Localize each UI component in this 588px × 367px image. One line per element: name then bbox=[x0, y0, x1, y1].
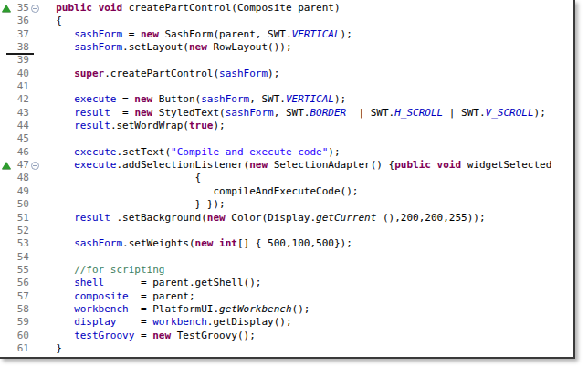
code-line-row-57[interactable]: 57 composite = parent; bbox=[0, 290, 573, 303]
code-line-text[interactable]: shell = parent.getShell(); bbox=[44, 277, 573, 289]
code-line-row-49[interactable]: 49 compileAndExecuteCode(); bbox=[0, 185, 573, 198]
gutter-cell-48[interactable]: 48 bbox=[0, 172, 44, 184]
gutter-cell-45[interactable]: 45 bbox=[0, 132, 44, 145]
fold-slot bbox=[31, 330, 44, 342]
code-line-row-37[interactable]: 37 sashForm = new SashForm(parent, SWT.V… bbox=[0, 28, 573, 41]
code-line-text[interactable]: compileAndExecuteCode(); bbox=[44, 185, 573, 198]
code-line-row-40[interactable]: 40 super.createPartControl(sashForm); bbox=[0, 68, 573, 80]
code-line-text[interactable]: } bbox=[44, 342, 573, 355]
code-line-row-42[interactable]: 42 execute = new Button(sashForm, SWT.VE… bbox=[0, 93, 573, 106]
code-line-row-47[interactable]: 47 execute.addSelectionListener(new Sele… bbox=[0, 159, 573, 172]
fold-collapse-minus-icon[interactable] bbox=[31, 2, 44, 15]
code-line-text[interactable]: composite = parent; bbox=[44, 290, 573, 303]
gutter-cell-52[interactable]: 52 bbox=[0, 225, 44, 237]
code-line-text[interactable]: execute = new Button(sashForm, SWT.VERTI… bbox=[44, 93, 573, 106]
gutter-cell-35[interactable]: 35 bbox=[0, 2, 44, 15]
code-line-text[interactable]: display = workbench.getDisplay(); bbox=[44, 316, 573, 329]
code-line-text[interactable]: sashForm.setWeights(new int[] { 500,100,… bbox=[44, 237, 573, 250]
code-line-row-55[interactable]: 55 //for scripting bbox=[0, 264, 573, 277]
gutter-cell-41[interactable]: 41 bbox=[0, 80, 44, 93]
code-line-row-44[interactable]: 44 result.setWordWrap(true); bbox=[0, 120, 573, 132]
marker-slot bbox=[0, 212, 13, 225]
code-line-row-45[interactable]: 45 bbox=[0, 132, 573, 145]
code-line-text[interactable]: { bbox=[44, 15, 573, 27]
code-line-text[interactable] bbox=[44, 251, 573, 264]
gutter-cell-54[interactable]: 54 bbox=[0, 251, 44, 264]
code-token: ); bbox=[328, 146, 340, 158]
code-line-row-60[interactable]: 60 testGroovy = new TestGroovy(); bbox=[0, 330, 573, 342]
code-line-row-54[interactable]: 54 bbox=[0, 251, 573, 264]
green-triangle-marker-icon[interactable] bbox=[0, 2, 13, 15]
line-number: 45 bbox=[13, 132, 29, 145]
code-token: result bbox=[74, 212, 110, 224]
code-line-row-41[interactable]: 41 bbox=[0, 80, 573, 93]
code-line-text[interactable]: //for scripting bbox=[44, 264, 573, 277]
gutter-cell-43[interactable]: 43 bbox=[0, 107, 44, 120]
code-line-row-58[interactable]: 58 workbench = PlatformUI.getWorkbench()… bbox=[0, 303, 573, 316]
code-token: execute bbox=[74, 93, 116, 105]
code-line-text[interactable]: sashForm.setLayout(new RowLayout()); bbox=[44, 41, 573, 54]
code-line-text[interactable] bbox=[44, 54, 573, 67]
code-line-text[interactable]: } }); bbox=[44, 198, 573, 211]
code-line-row-51[interactable]: 51 result .setBackground(new Color(Displ… bbox=[0, 212, 573, 225]
gutter-cell-53[interactable]: 53 bbox=[0, 237, 44, 250]
gutter-cell-46[interactable]: 46 bbox=[0, 146, 44, 159]
gutter-cell-50[interactable]: 50 bbox=[0, 198, 44, 211]
gutter-cell-38[interactable]: 38 bbox=[0, 41, 44, 54]
code-line-row-48[interactable]: 48 { bbox=[0, 172, 573, 184]
code-line-row-36[interactable]: 36 { bbox=[0, 15, 573, 27]
code-line-row-50[interactable]: 50 } }); bbox=[0, 198, 573, 211]
fold-slot bbox=[31, 185, 44, 198]
gutter-cell-61[interactable]: 61 bbox=[0, 342, 44, 355]
gutter-cell-40[interactable]: 40 bbox=[0, 68, 44, 80]
gutter-cell-55[interactable]: 55 bbox=[0, 264, 44, 277]
gutter-cell-39[interactable]: 39 bbox=[0, 54, 44, 67]
code-line-text[interactable]: workbench = PlatformUI.getWorkbench(); bbox=[44, 303, 573, 316]
code-line-row-52[interactable]: 52 bbox=[0, 225, 573, 237]
code-line-text[interactable]: result.setWordWrap(true); bbox=[44, 120, 573, 132]
gutter-cell-56[interactable]: 56 bbox=[0, 277, 44, 289]
gutter-cell-58[interactable]: 58 bbox=[0, 303, 44, 316]
code-line-row-46[interactable]: 46 execute.setText("Compile and execute … bbox=[0, 146, 573, 159]
code-line-text[interactable] bbox=[44, 225, 573, 237]
code-line-row-53[interactable]: 53 sashForm.setWeights(new int[] { 500,1… bbox=[0, 237, 573, 250]
code-line-row-39[interactable]: 39 bbox=[0, 54, 573, 67]
code-line-row-59[interactable]: 59 display = workbench.getDisplay(); bbox=[0, 316, 573, 329]
code-line-row-38[interactable]: 38 sashForm.setLayout(new RowLayout()); bbox=[0, 41, 573, 54]
code-line-text[interactable]: result = new StyledText(sashForm, SWT.BO… bbox=[44, 107, 573, 120]
code-line-row-56[interactable]: 56 shell = parent.getShell(); bbox=[0, 277, 573, 289]
code-line-text[interactable]: execute.addSelectionListener(new Selecti… bbox=[44, 159, 573, 172]
code-line-text[interactable]: testGroovy = new TestGroovy(); bbox=[44, 330, 573, 342]
gutter-cell-59[interactable]: 59 bbox=[0, 316, 44, 329]
code-line-text[interactable] bbox=[44, 80, 573, 93]
code-line-row-43[interactable]: 43 result = new StyledText(sashForm, SWT… bbox=[0, 107, 573, 120]
gutter-cell-47[interactable]: 47 bbox=[0, 159, 44, 172]
code-line-text[interactable]: { bbox=[44, 172, 573, 184]
code-line-text[interactable]: public void createPartControl(Composite … bbox=[44, 2, 573, 15]
code-line-text[interactable]: result .setBackground(new Color(Display.… bbox=[44, 212, 573, 225]
code-line-text[interactable]: super.createPartControl(sashForm); bbox=[44, 68, 573, 80]
marker-slot bbox=[0, 107, 13, 120]
code-line-text[interactable]: execute.setText("Compile and execute cod… bbox=[44, 146, 573, 159]
gutter-cell-57[interactable]: 57 bbox=[0, 290, 44, 303]
gutter-cell-36[interactable]: 36 bbox=[0, 15, 44, 27]
gutter-cell-42[interactable]: 42 bbox=[0, 93, 44, 106]
gutter-cell-51[interactable]: 51 bbox=[0, 212, 44, 225]
green-triangle-marker-icon[interactable] bbox=[0, 159, 13, 172]
marker-slot bbox=[0, 93, 13, 106]
code-token: | SWT. bbox=[443, 107, 485, 119]
line-number: 50 bbox=[13, 198, 29, 211]
code-line-row-61[interactable]: 61 } bbox=[0, 342, 573, 355]
code-line-text[interactable]: sashForm = new SashForm(parent, SWT.VERT… bbox=[44, 28, 573, 41]
code-line-text[interactable] bbox=[44, 132, 573, 145]
fold-collapse-minus-icon[interactable] bbox=[31, 159, 44, 172]
gutter-cell-60[interactable]: 60 bbox=[0, 330, 44, 342]
line-number: 55 bbox=[13, 264, 29, 277]
code-token: testGroovy bbox=[74, 330, 134, 341]
fold-collapse-minus-icon-shape bbox=[31, 5, 39, 13]
gutter-cell-44[interactable]: 44 bbox=[0, 120, 44, 132]
gutter-cell-37[interactable]: 37 bbox=[0, 28, 44, 41]
code-editor[interactable]: 35 public void createPartControl(Composi… bbox=[0, 0, 575, 359]
gutter-cell-49[interactable]: 49 bbox=[0, 185, 44, 198]
code-line-row-35[interactable]: 35 public void createPartControl(Composi… bbox=[0, 2, 573, 15]
